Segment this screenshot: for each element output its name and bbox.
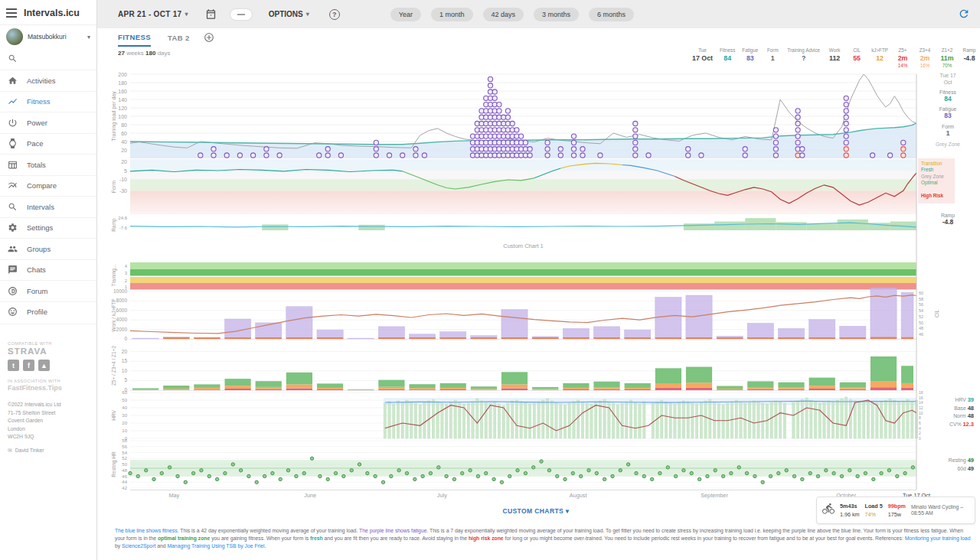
tab-2[interactable]: TAB 2 [168, 28, 190, 47]
svg-text:20: 20 [121, 159, 127, 164]
date-range-selector[interactable]: APR 21 - OCT 17 ▾ [118, 10, 188, 18]
sidebar-item-intervals[interactable]: Intervals [0, 196, 96, 217]
svg-text:Custom Chart 1: Custom Chart 1 [503, 243, 544, 249]
sidebar-item-activities[interactable]: Activities [0, 70, 96, 91]
calendar-icon[interactable] [205, 8, 217, 20]
svg-text:0: 0 [919, 436, 921, 441]
svg-text:4000: 4000 [116, 317, 128, 322]
svg-text:-10: -10 [119, 177, 127, 182]
footer-link[interactable]: Monitoring your training load [905, 536, 971, 541]
svg-text:Training load per day: Training load per day [111, 91, 117, 142]
author-name: David Tinker [15, 448, 44, 453]
weeks-count: 27 [118, 50, 125, 57]
readout-60d: 60d 49 [917, 465, 974, 474]
activity-name: Minato Ward Cycling – 08:55 AM [911, 504, 969, 517]
options-button[interactable]: OPTIONS ▾ [269, 10, 309, 18]
period-pill-year[interactable]: Year [390, 8, 421, 21]
fastfitness-link[interactable]: FastFitness.Tips [8, 384, 89, 392]
period-pill-42-days[interactable]: 42 days [483, 8, 524, 21]
sidebar-item-totals[interactable]: Totals [0, 154, 96, 175]
sidebar-item-compare[interactable]: Compare [0, 175, 96, 197]
activity-load: Load 5 74% [865, 503, 883, 518]
sidebar-item-chats[interactable]: Chats [0, 259, 96, 281]
svg-text:4: 4 [125, 264, 128, 269]
zone-label-grey-zone: Grey Zone [921, 174, 952, 180]
footer-link[interactable]: Science2Sport [122, 543, 155, 549]
svg-text:50: 50 [122, 462, 127, 467]
period-pill-1-month[interactable]: 1 month [431, 8, 473, 21]
sidebar-footer: COMPATIBLE WITH STRAVA t f ▲ IN ASSOCIAT… [0, 324, 96, 454]
svg-text:52: 52 [919, 314, 923, 319]
svg-text:20: 20 [121, 148, 127, 153]
readout-norm: Norm 48 [917, 412, 974, 421]
svg-text:0: 0 [124, 336, 127, 341]
svg-text:46: 46 [919, 332, 923, 337]
hrv-readouts: HRV 39Base 48Norm 48CV% 12.3 [917, 396, 974, 428]
svg-text:80: 80 [121, 122, 127, 128]
search-icon[interactable] [0, 48, 96, 70]
sidebar-item-label: Settings [27, 223, 53, 232]
refresh-icon[interactable] [958, 8, 970, 23]
month-label: August [555, 492, 601, 499]
period-pill-6-months[interactable]: 6 months [589, 8, 634, 21]
menu-icon[interactable] [6, 8, 17, 18]
svg-text:46: 46 [122, 474, 127, 479]
svg-text:5: 5 [124, 377, 127, 383]
period-pills: Year1 month42 days3 months6 months [390, 8, 634, 21]
readout-resting: Resting 49 [917, 457, 974, 465]
address-line-4: WC2H 9JQ [8, 433, 89, 441]
address-line-2: Covent Garden [8, 417, 89, 425]
sidebar-item-profile[interactable]: Profile [0, 301, 96, 323]
footer-link[interactable]: Managing Training Using TSB by Joe Friel [167, 543, 264, 549]
twitter-icon[interactable]: t [8, 360, 19, 371]
sidebar-item-fitness[interactable]: Fitness [0, 91, 96, 112]
svg-text:15: 15 [122, 358, 128, 363]
sidebar-item-forum[interactable]: Forum [0, 280, 96, 301]
stat-training-advice: Training Advice? [787, 47, 820, 62]
stat-kj-ftp: kJ>FTP12 [871, 47, 888, 62]
options-label: OPTIONS [269, 10, 303, 18]
add-tab-icon[interactable] [204, 32, 214, 43]
footer-text-segment: This is a 42 day exponentially weighted … [179, 528, 360, 533]
svg-text:Ramp: Ramp [111, 218, 117, 232]
help-icon[interactable]: ? [329, 9, 340, 20]
month-label: September [691, 492, 737, 499]
tab-fitness[interactable]: FITNESS [118, 28, 151, 47]
stat-z5-: Z5+2m14% [895, 47, 910, 68]
readout-cv-: CV% 12.3 [917, 421, 974, 429]
activity-card[interactable]: 5m43s 1.96 km Load 5 74% 99bpm 175w Mina… [816, 497, 975, 524]
svg-text:2000: 2000 [116, 327, 128, 332]
stat-z3-4: Z3+42m16% [917, 47, 933, 68]
stat-fatigue: Fatigue83 [742, 47, 758, 62]
svg-text:18: 18 [919, 390, 923, 395]
sidebar-item-settings[interactable]: Settings [0, 217, 96, 239]
sidebar-item-power[interactable]: Power [0, 112, 96, 133]
scroll-toggle[interactable] [230, 9, 252, 20]
period-pill-3-months[interactable]: 3 months [534, 8, 579, 21]
facebook-icon[interactable]: f [23, 360, 34, 371]
address-line-1: 71-75 Shelton Street [8, 409, 89, 418]
svg-text:3: 3 [125, 271, 128, 275]
compatible-with-label: COMPATIBLE WITH [8, 341, 89, 346]
form-readout: Form 1 [917, 124, 978, 137]
charts-canvas: 20018016014012010080604020Training load … [0, 0, 980, 560]
svg-text:140: 140 [118, 97, 127, 103]
svg-text:120: 120 [118, 106, 127, 111]
month-label: June [287, 492, 333, 499]
sidebar-item-label: Fitness [27, 97, 51, 106]
svg-text:48: 48 [122, 468, 127, 473]
month-label: May [151, 492, 197, 499]
sidebar-item-pace[interactable]: Pace [0, 133, 96, 155]
activity-duration-distance: 5m43s 1.96 km [840, 503, 860, 518]
custom-charts-button[interactable]: CUSTOM CHARTS ▾ [452, 507, 620, 515]
footer-text-segment: you are gaining fitness. When your form … [210, 536, 310, 541]
sidebar-item-label: Compare [27, 181, 57, 190]
sidebar-item-groups[interactable]: Groups [0, 238, 96, 259]
selected-date: Tue 17 Oct [917, 73, 978, 86]
fitness-explanation: The blue line shows fitness. This is a 4… [115, 527, 974, 549]
app-root: 20018016014012010080604020Training load … [0, 0, 980, 560]
strava-icon[interactable]: ▲ [38, 360, 50, 371]
sidebar-item-label: Activities [27, 77, 55, 85]
controls-bar: APR 21 - OCT 17 ▾ OPTIONS ▾ ? Year1 mont… [97, 0, 980, 28]
user-menu[interactable]: Matsubokkuri ▾ [0, 24, 96, 48]
